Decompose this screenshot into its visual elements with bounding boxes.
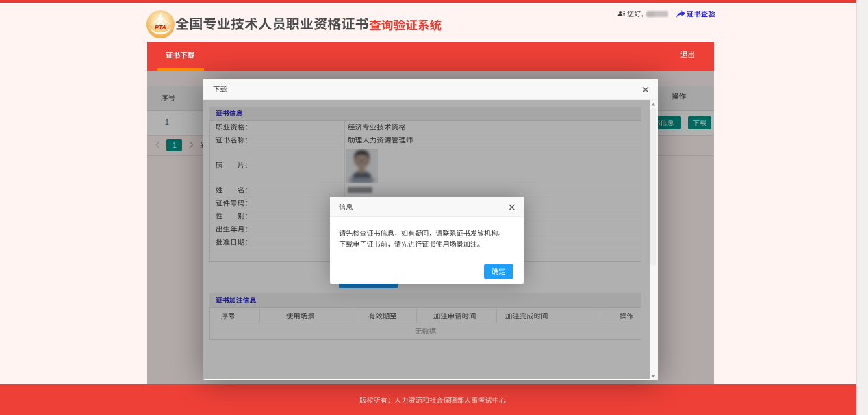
svg-text:PTA: PTA — [155, 24, 166, 31]
